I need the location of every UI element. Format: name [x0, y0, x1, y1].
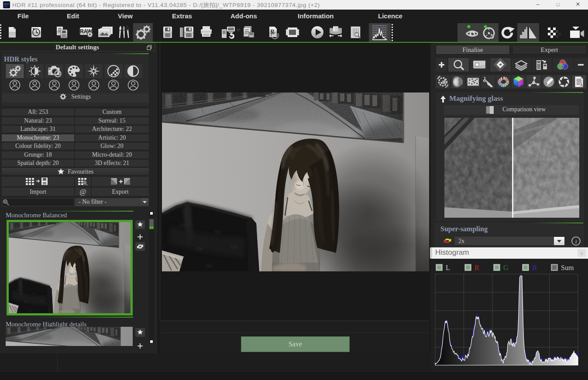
- svg-text:B: B: [532, 264, 537, 271]
- svg-text:G: G: [503, 264, 509, 271]
- svg-text:R: R: [475, 264, 479, 271]
- svg-text:Sum: Sum: [561, 264, 574, 271]
- svg-text:L: L: [446, 264, 450, 271]
- svg-text:i: i: [575, 238, 577, 245]
- svg-text:A: A: [580, 83, 583, 87]
